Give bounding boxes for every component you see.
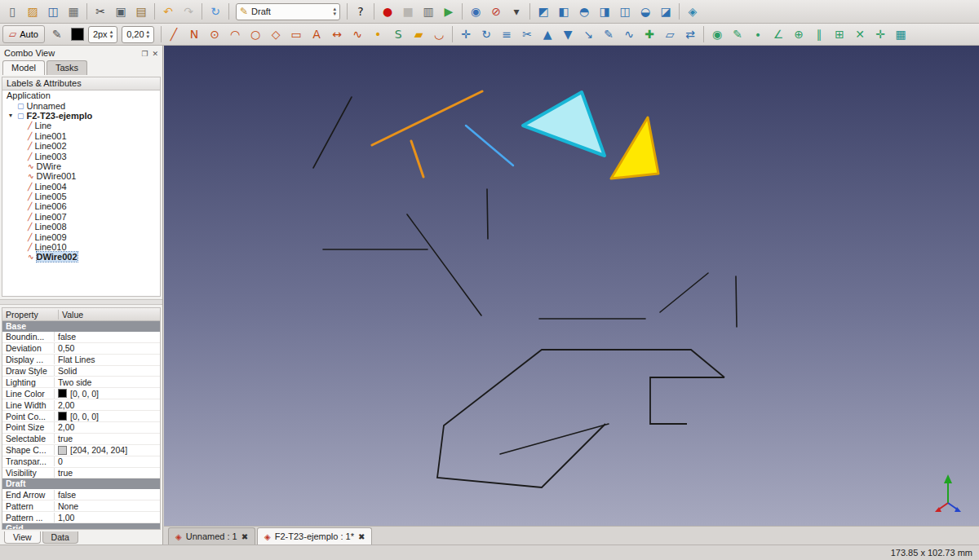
property-row[interactable]: LightingTwo side [2,377,160,388]
document-tab[interactable]: ◈Unnamed : 1✖ [168,527,255,545]
sketch-line[interactable] [500,424,609,454]
top-view-icon[interactable]: ◓ [574,2,594,21]
measure-distance-icon[interactable]: ◈ [683,2,702,21]
scale-icon[interactable]: ↘ [578,24,598,44]
orange-line[interactable] [411,141,423,177]
apply-style-icon[interactable]: ✎ [47,24,67,44]
draft-dimension-icon[interactable]: ↔ [327,24,347,44]
panel-splitter[interactable] [0,299,162,305]
upgrade-icon[interactable]: ▲ [538,24,557,44]
macro-execute-icon[interactable]: ▶ [439,2,458,21]
property-row[interactable]: Deviation0,50 [2,343,160,355]
sketch-line[interactable] [736,276,737,327]
property-row[interactable]: PatternNone [2,500,160,512]
tree-item-line008[interactable]: ╱Line008 [2,222,160,231]
bottom-view-icon[interactable]: ◒ [636,2,655,21]
property-row[interactable]: Point Co...[0, 0, 0] [2,411,160,422]
draw-style-arrow-icon[interactable]: ▾ [507,2,526,21]
sketch-line[interactable] [407,214,481,315]
tab-view[interactable]: View [4,531,41,544]
paste-icon[interactable]: ▤ [131,2,151,21]
property-row[interactable]: Selectabletrue [2,434,160,445]
tree-header[interactable]: Labels & Attributes [2,77,161,90]
snap-dimensions-icon[interactable]: ✛ [870,24,890,44]
front-view-icon[interactable]: ◧ [554,2,574,21]
draft-circle-icon[interactable]: ⊙ [205,24,224,44]
new-document-icon[interactable]: ▯ [2,2,22,21]
print-icon[interactable]: ▦ [64,2,83,21]
snap-midpoint-icon[interactable]: ∙ [748,24,768,44]
tree-item-line009[interactable]: ╱Line009 [2,231,160,241]
snap-intersection-icon[interactable]: ✕ [850,24,870,44]
working-plane-button[interactable]: ▱ Auto [2,25,45,43]
blue-line[interactable] [466,126,513,165]
rotate-icon[interactable]: ↻ [476,24,496,44]
tree-item-dwire[interactable]: ∿DWire [2,161,160,171]
dwire-path[interactable] [437,350,724,487]
snap-lock-icon[interactable]: ◉ [707,24,727,44]
tree-item-line002[interactable]: ╱Line002 [2,141,160,151]
rear-view-icon[interactable]: ◫ [615,2,635,21]
draft-bspline-icon[interactable]: ∿ [348,24,367,44]
draft-shapestring-icon[interactable]: S [388,24,408,44]
move-icon[interactable]: ✛ [456,24,476,44]
yellow-triangle[interactable] [611,117,658,179]
workbench-spinner-arrows[interactable]: ▴ ▾ [333,7,336,16]
viewport-canvas[interactable] [164,46,979,526]
dwire-path[interactable] [650,377,724,424]
property-row[interactable]: Line Width2,00 [2,399,160,411]
tree-item-application[interactable]: Application [2,90,160,100]
sketch-line[interactable] [313,97,352,168]
add-point-icon[interactable]: ✚ [640,24,659,44]
axonometric-view-icon[interactable]: ◩ [534,2,553,21]
refresh-icon[interactable]: ↻ [206,2,225,21]
draft-text-icon[interactable]: A [307,24,326,44]
draft-arc-icon[interactable]: ◠ [225,24,245,44]
edit-icon[interactable]: ✎ [599,24,618,44]
cyan-triangle[interactable] [523,92,605,156]
tab-data[interactable]: Data [42,531,78,544]
open-document-icon[interactable]: ▨ [23,2,42,21]
tree-item-unnamed[interactable]: ▢Unnamed [2,100,160,110]
tree-item-line010[interactable]: ╱Line010 [2,242,160,252]
property-row[interactable]: Point Size2,00 [2,422,160,434]
snap-endpoint-icon[interactable]: ✎ [728,24,747,44]
zoom-fit-icon[interactable]: ◉ [466,2,485,21]
snap-grid-icon[interactable]: ⊞ [830,24,849,44]
draft-ellipse-icon[interactable]: ○ [246,24,265,44]
orange-line[interactable] [372,91,482,145]
tree-item-line004[interactable]: ╱Line004 [2,182,160,192]
close-tab-icon[interactable]: ✖ [241,532,248,541]
sketch-line[interactable] [487,189,488,239]
line-width-select[interactable]: 2px ▴ ▾ [88,26,117,43]
tree-item-dwire001[interactable]: ∿DWire001 [2,171,160,181]
draw-style-icon[interactable]: ⊘ [486,2,506,21]
line-width-spinner-arrows[interactable]: ▴ ▾ [110,29,113,39]
whats-this-icon[interactable]: ? [351,2,370,21]
tree-item-f2-t23-ejemplo[interactable]: ▾▢F2-T23-ejemplo [2,111,160,121]
tree-item-line005[interactable]: ╱Line005 [2,192,160,201]
tree-item-line001[interactable]: ╱Line001 [2,131,160,141]
snap-radius-spinbox[interactable]: 0,20 ▴ ▾ [122,26,154,43]
save-icon[interactable]: ◫ [43,2,63,21]
redo-icon[interactable]: ↷ [179,2,198,21]
sketch-line[interactable] [660,273,708,312]
left-view-icon[interactable]: ◪ [656,2,676,21]
property-row[interactable]: End Arrowfalse [2,489,160,500]
trimex-icon[interactable]: ✂ [517,24,537,44]
copy-icon[interactable]: ▣ [111,2,131,21]
macro-stop-icon[interactable]: ■ [398,2,418,21]
draft-polyline-icon[interactable]: N [184,24,204,44]
shape2dview-icon[interactable]: ▱ [660,24,680,44]
property-row[interactable]: Boundin...false [2,332,160,343]
tree-item-line003[interactable]: ╱Line003 [2,151,160,161]
tab-model[interactable]: Model [2,60,45,75]
property-row[interactable]: Line Color[0, 0, 0] [2,388,160,399]
property-row[interactable]: Pattern ...1,00 [2,512,160,523]
right-view-icon[interactable]: ◨ [595,2,614,21]
tree-item-dwire002[interactable]: ∿DWire002 [2,252,160,262]
line-color-swatch[interactable] [71,28,84,41]
macro-dialog-icon[interactable]: ▥ [419,2,438,21]
float-panel-icon[interactable]: ❐ [141,50,148,58]
property-table-header[interactable]: Property Value [2,307,161,321]
